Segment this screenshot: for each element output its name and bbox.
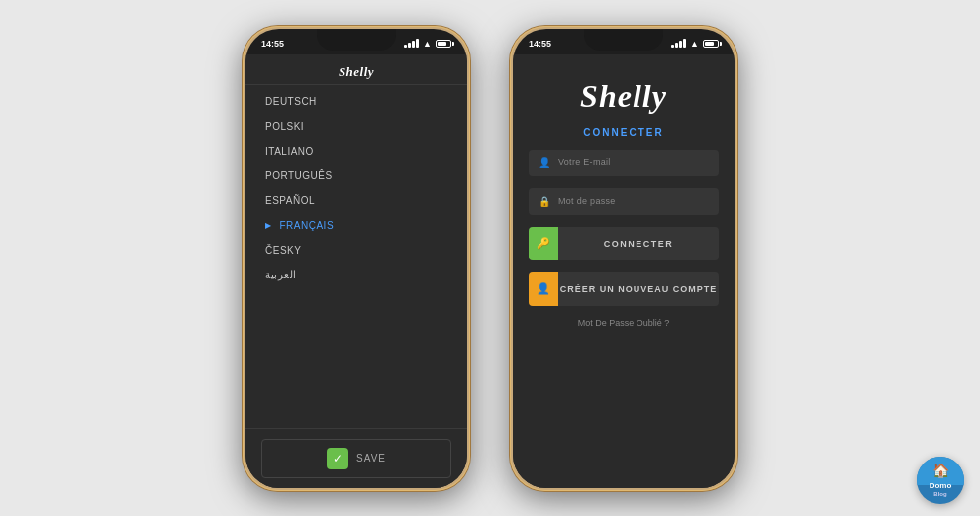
connect-section-title: CONNECTER [583, 127, 663, 138]
language-list: DEUTSCH POLSKI ITALIANO PORTUGUÊS ESPAÑO… [245, 85, 467, 428]
left-time: 14:55 [261, 39, 284, 49]
create-button-label: CRÉER UN NOUVEAU COMPTE [558, 284, 719, 294]
left-phone-frame: 14:55 ▲ Shelly [243, 26, 470, 491]
forgot-password-link[interactable]: Mot De Passe Oublié ? [578, 318, 670, 328]
right-phone-frame: 14:55 ▲ Shelly CONNECTER [510, 26, 737, 491]
save-bar: ✓ SAVE [245, 428, 467, 488]
create-account-button[interactable]: 👤 CRÉER UN NOUVEAU COMPTE [529, 272, 719, 306]
main-container: 14:55 ▲ Shelly [0, 0, 980, 516]
list-item[interactable]: العربية [245, 262, 467, 287]
battery-icon [436, 40, 451, 48]
lang-label: ČESKY [265, 245, 301, 256]
left-phone-inner: 14:55 ▲ Shelly [245, 29, 467, 488]
save-label: SAVE [356, 453, 386, 464]
right-time: 14:55 [529, 39, 551, 49]
signal-icon [671, 39, 686, 48]
login-screen: Shelly CONNECTER 👤 Votre E-mail 🔒 Mot de… [513, 54, 735, 488]
lang-label: POLSKI [265, 121, 304, 132]
list-item[interactable]: ESPAÑOL [245, 188, 467, 213]
list-item-active[interactable]: ▶ FRANÇAIS [245, 213, 467, 238]
signal-icon [404, 39, 419, 48]
right-phone-inner: 14:55 ▲ Shelly CONNECTER [513, 29, 735, 488]
lang-label-active: FRANÇAIS [280, 220, 335, 231]
home-icon: 🏠 [932, 462, 949, 479]
right-status-right: ▲ [671, 39, 719, 49]
wifi-icon: ▲ [690, 39, 699, 49]
key-icon: 🔑 [529, 227, 558, 260]
lang-label: DEUTSCH [265, 96, 317, 107]
lock-icon: 🔒 [539, 196, 550, 207]
domoblog-badge: 🏠 Domo Blog [917, 457, 964, 504]
list-item[interactable]: DEUTSCH [245, 89, 467, 114]
password-placeholder: Mot de passe [558, 196, 616, 206]
email-field[interactable]: 👤 Votre E-mail [529, 150, 719, 176]
language-header: Shelly [245, 54, 467, 85]
email-placeholder: Votre E-mail [558, 157, 611, 167]
wifi-icon: ▲ [423, 39, 432, 49]
lang-label: ITALIANO [265, 146, 314, 156]
selected-arrow-icon: ▶ [265, 221, 272, 230]
right-app-logo: Shelly [580, 78, 667, 115]
badge-line2: Blog [933, 491, 946, 499]
user-plus-icon: 👤 [529, 272, 558, 306]
badge-line1: Domo [930, 481, 952, 491]
lang-label: العربية [265, 269, 297, 280]
list-item[interactable]: POLSKI [245, 114, 467, 139]
connect-button-label: CONNECTER [558, 239, 719, 249]
checkmark-icon: ✓ [327, 448, 348, 469]
list-item[interactable]: PORTUGUÊS [245, 163, 467, 188]
user-icon: 👤 [539, 157, 550, 168]
list-item[interactable]: ČESKY [245, 238, 467, 262]
lang-label: PORTUGUÊS [265, 170, 333, 181]
left-app-title: Shelly [339, 64, 374, 79]
password-field[interactable]: 🔒 Mot de passe [529, 188, 719, 215]
left-screen: Shelly DEUTSCH POLSKI ITALIANO PORTUGUÊS [245, 54, 467, 488]
right-notch [584, 29, 663, 51]
battery-icon [703, 40, 719, 48]
connect-button[interactable]: 🔑 CONNECTER [529, 227, 719, 260]
lang-label: ESPAÑOL [265, 195, 315, 206]
left-notch [317, 29, 396, 51]
list-item[interactable]: ITALIANO [245, 139, 467, 163]
save-button[interactable]: ✓ SAVE [261, 439, 451, 478]
left-status-right: ▲ [404, 39, 451, 49]
